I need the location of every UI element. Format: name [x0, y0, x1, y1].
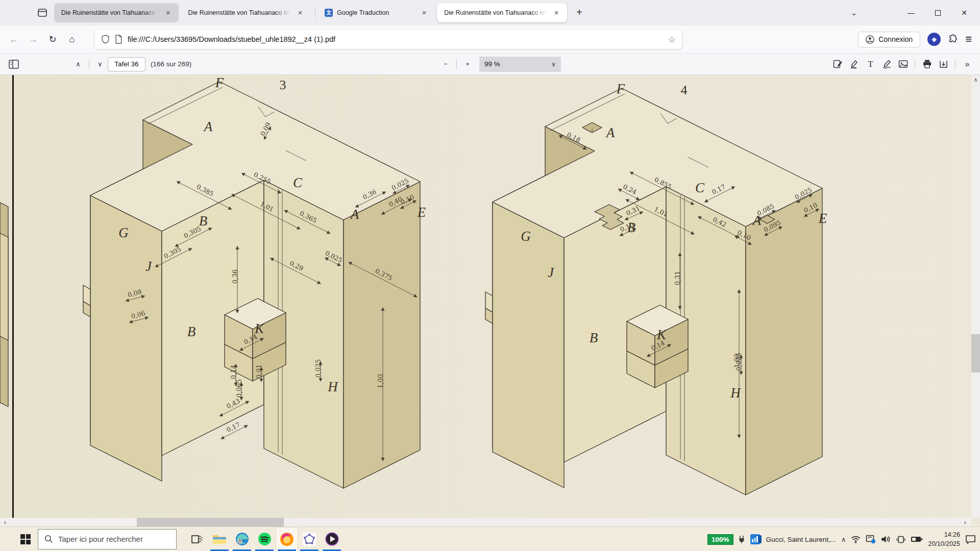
horizontal-scrollbar[interactable]: ‹ › — [0, 518, 971, 527]
figure-letter: G — [521, 229, 531, 244]
battery-percent-widget[interactable]: 100% — [707, 534, 733, 545]
dimension-label: 0,01 — [255, 364, 263, 379]
tab-tiahuanaco-2[interactable]: Die Ruinenstätte von Tiahuanaco im × — [181, 3, 311, 22]
dimension-label: 0,36 — [231, 269, 239, 284]
page-count-label: (166 sur 269) — [151, 60, 191, 68]
extensions-puzzle-icon[interactable] — [948, 34, 958, 44]
figure-letter: J — [548, 265, 555, 280]
scroll-left-icon[interactable]: ‹ — [0, 518, 10, 526]
next-page-icon[interactable]: ∨ — [92, 60, 108, 68]
signin-label: Connexion — [878, 35, 913, 43]
vertical-scrollbar[interactable]: ∧ — [971, 75, 980, 518]
stocks-icon — [750, 533, 762, 545]
add-image-icon[interactable] — [895, 57, 911, 72]
zoom-in-icon[interactable]: + — [460, 60, 475, 68]
horizontal-scroll-thumb[interactable] — [137, 518, 284, 527]
tab-label: Die Ruinenstätte von Tiahuanaco im — [188, 9, 290, 16]
tab-close-icon[interactable]: × — [419, 7, 430, 18]
zoom-value: 99 % — [484, 60, 500, 68]
menu-hamburger-icon[interactable]: ≡ — [965, 33, 972, 46]
navigation-toolbar: ← → ↻ ⌂ file:///C:/Users/33695/Downloads… — [0, 26, 980, 54]
battery-tray-icon[interactable] — [911, 536, 923, 543]
scroll-right-icon[interactable]: › — [960, 518, 970, 526]
forward-button[interactable]: → — [24, 31, 42, 48]
pdf-drawing-svg: 3FACBGJAEBKH0,3850,2551,010,3650,3050,30… — [0, 75, 980, 527]
highlight-icon[interactable] — [846, 57, 862, 72]
taskbar-search-input[interactable]: Taper ici pour rechercher — [38, 529, 177, 549]
volume-icon[interactable] — [881, 535, 891, 543]
download-icon[interactable] — [936, 57, 951, 72]
tab-close-icon[interactable]: × — [162, 7, 174, 18]
new-tab-button[interactable]: + — [571, 5, 587, 21]
minimize-button[interactable]: — — [899, 3, 923, 22]
chevron-down-icon: ∨ — [551, 61, 556, 68]
page-number-input[interactable] — [108, 57, 145, 71]
tab-google-traduction[interactable]: 文 Google Traduction × — [317, 3, 435, 22]
figure-letter: E — [818, 211, 827, 226]
dimension-label: 1,00 — [377, 374, 384, 388]
figure-letter: F — [616, 81, 625, 96]
address-bar[interactable]: file:///C:/Users/33695/Downloads/stuebel… — [95, 30, 682, 49]
draw-icon[interactable] — [879, 57, 894, 72]
maximize-button[interactable] — [926, 3, 949, 22]
figure-number: 4 — [681, 83, 688, 97]
tab-tiahuanaco-3-active[interactable]: Die Ruinenstätte von Tiahuanaco im × — [437, 3, 567, 22]
figure-letter: C — [695, 180, 705, 195]
spotify-icon[interactable] — [253, 527, 276, 551]
figure-number: 3 — [280, 78, 286, 92]
your-phone-icon[interactable] — [896, 535, 905, 544]
figure-3-block — [83, 82, 420, 488]
taskbar-clock[interactable]: 14:26 20/10/2025 — [928, 530, 960, 548]
previous-page-icon[interactable]: ∧ — [70, 60, 86, 68]
back-button[interactable]: ← — [5, 31, 22, 48]
news-interests-widget[interactable]: Gucci, Saint Laurent,... — [750, 533, 836, 545]
close-button[interactable]: ✕ — [952, 3, 976, 22]
figure-letter: A — [605, 125, 615, 140]
home-button[interactable]: ⌂ — [63, 31, 81, 48]
browser-titlebar: Die Ruinenstätte von Tiahuanaco i × Die … — [0, 0, 980, 26]
dimension-label: 0,025 — [314, 359, 322, 378]
dimension-label: 0,31 — [674, 271, 681, 285]
signin-button[interactable]: Connexion — [858, 32, 920, 47]
wifi-icon[interactable] — [851, 535, 861, 543]
start-button[interactable] — [13, 527, 38, 551]
task-view-button[interactable] — [186, 527, 208, 551]
page-icon[interactable] — [115, 35, 122, 44]
news-ticker-text: Gucci, Saint Laurent,... — [766, 536, 836, 543]
geogebra-icon[interactable] — [298, 527, 321, 551]
tab-close-icon[interactable]: × — [551, 7, 562, 18]
sync-status-icon[interactable] — [866, 535, 876, 544]
figure-letter: C — [293, 175, 303, 190]
print-icon[interactable] — [919, 57, 935, 72]
figure-letter: B — [590, 330, 598, 345]
reload-button[interactable]: ↻ — [44, 31, 61, 48]
add-text-icon[interactable]: T — [863, 57, 878, 72]
firefox-icon[interactable] — [276, 527, 298, 551]
media-player-icon[interactable] — [321, 527, 343, 551]
edge-icon[interactable] — [231, 527, 253, 551]
zoom-out-icon[interactable]: − — [438, 60, 453, 68]
pdf-toolbar: ∧ ∨ (166 sur 269) − + 99 % ∨ T » — [0, 54, 980, 75]
vertical-scroll-thumb[interactable] — [971, 334, 980, 372]
firefox-view-icon[interactable] — [35, 5, 50, 20]
dimension-label: 0,065 — [235, 379, 243, 397]
bookmark-star-icon[interactable]: ☆ — [668, 34, 676, 45]
tab-label: Die Ruinenstätte von Tiahuanaco i — [61, 9, 158, 16]
search-icon — [44, 535, 53, 543]
list-all-tabs-icon[interactable]: ⌄ — [845, 9, 863, 17]
action-center-icon[interactable] — [965, 535, 976, 544]
account-icon — [866, 35, 874, 44]
hidden-icons-chevron[interactable]: ∧ — [841, 536, 846, 543]
tab-tiahuanaco-1[interactable]: Die Ruinenstätte von Tiahuanaco i × — [54, 3, 179, 22]
file-explorer-icon[interactable] — [208, 527, 231, 551]
scroll-up-icon[interactable]: ∧ — [971, 75, 980, 83]
edit-sign-icon[interactable] — [830, 57, 845, 72]
zoom-select[interactable]: 99 % ∨ — [479, 57, 561, 72]
clock-date: 20/10/2025 — [928, 539, 960, 548]
more-tools-icon[interactable]: » — [960, 57, 975, 72]
extension-badge-icon[interactable]: ◆ — [927, 33, 941, 46]
tab-close-icon[interactable]: × — [295, 7, 306, 18]
shield-icon[interactable] — [101, 35, 110, 44]
figure-letter: E — [417, 205, 426, 220]
pdf-sidebar-toggle-icon[interactable] — [6, 57, 21, 72]
